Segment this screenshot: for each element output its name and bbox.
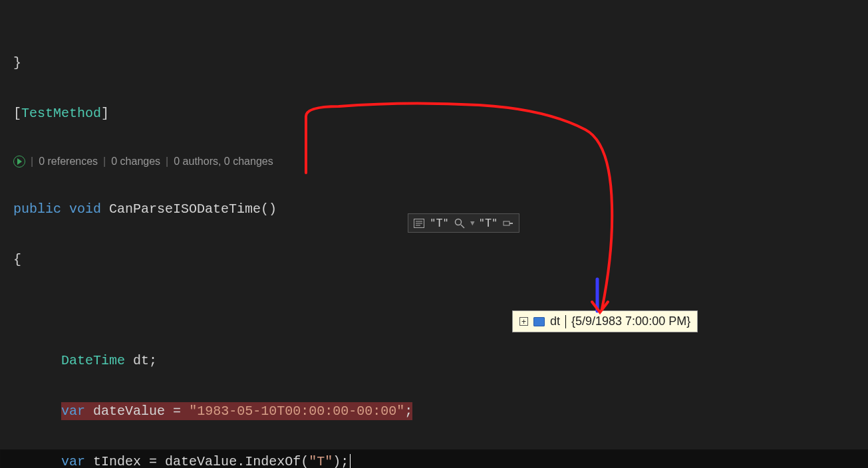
current-debug-line[interactable]: var tIndex = dateValue.IndexOf("T"); [0,449,868,468]
codelens-references[interactable]: 0 references [39,154,98,169]
semi: ; [404,404,412,419]
pin-icon[interactable] [502,217,515,229]
op-eq: = [149,454,157,468]
datatip-tooltip[interactable]: + dt {5/9/1983 7:00:00 PM} [512,310,698,332]
datatip-variable: dt [550,314,560,328]
dropdown-arrow-icon[interactable]: ▼ [470,219,475,227]
expr-right: "T" [479,217,498,229]
attribute-testmethod: TestMethod [21,106,101,121]
svg-line-5 [461,225,464,228]
quickwatch-toolbar[interactable]: "T" ▼ "T" [408,213,519,233]
method-open-brace: { [13,252,21,267]
method-name: CanParseISODateTime [109,201,261,217]
type-datetime: DateTime [61,353,125,368]
ident-dt: dt [133,353,149,368]
op-eq: = [173,404,181,419]
code-editor[interactable]: } [TestMethod] | 0 references | 0 change… [0,0,868,468]
attr-open: [ [13,106,21,121]
string-literal-date: "1983-05-10T00:00:00-00:00" [189,404,404,419]
codelens-changes[interactable]: 0 changes [111,154,160,169]
codelens-bar: | 0 references | 0 changes | 0 authors, … [13,152,855,172]
svg-point-4 [455,219,461,225]
brace-close: } [13,55,21,70]
string-T: "T" [309,454,333,468]
object-icon [533,317,545,326]
run-test-icon[interactable] [13,156,25,168]
expr-left: "T" [430,217,449,229]
semi: ; [149,353,157,368]
kw-var: var [61,454,85,468]
datatip-value: {5/9/1983 7:00:00 PM} [571,314,690,328]
expand-icon[interactable]: + [519,317,528,326]
text-visualizer-icon[interactable] [412,217,426,229]
datatip-caret [565,315,566,328]
text-caret [350,454,351,468]
kw-public: public [13,201,61,217]
indexof-call: .IndexOf( [237,454,309,468]
kw-var: var [61,404,85,419]
executed-line-highlight: var dateValue = "1983-05-10T00:00:00-00:… [61,402,412,420]
ident-tindex: tIndex [93,454,141,468]
semi: ; [341,454,349,468]
svg-rect-6 [504,221,509,225]
kw-void: void [69,201,101,217]
attr-close: ] [101,106,109,121]
ident-datevalue: dateValue [93,404,165,419]
magnifier-icon[interactable] [453,217,466,229]
datevalue-ref: dateValue [165,454,237,468]
indexof-close: ) [333,454,341,468]
codelens-authors[interactable]: 0 authors, 0 changes [174,154,273,169]
method-parens: () [261,201,277,217]
